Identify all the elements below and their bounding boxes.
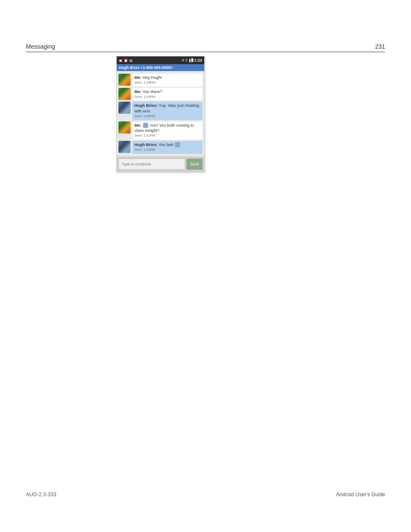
phone-mockup: ▣ ⏰ ▤ ⊕ ⣿ ▐ ▉ 1:23 Hugh Briss <1-650-555… xyxy=(116,56,205,172)
message-bubble: Hugh Briss: Yup. Was just chatting with … xyxy=(132,102,202,120)
emoji-icon xyxy=(143,123,148,128)
message-sender: Me: xyxy=(134,75,141,80)
message-row: Me: Ann! You both coming to class tonigh… xyxy=(118,121,202,140)
status-icons-right: ⊕ ⣿ ▐ ▉ 1:23 xyxy=(182,58,202,62)
message-sender: Me: xyxy=(134,89,141,94)
message-text: You there? xyxy=(143,89,162,94)
page-footer: AUG-2.3-103 Android User's Guide xyxy=(26,492,385,498)
message-row: Hugh Briss: Yup. Was just chatting with … xyxy=(118,102,202,120)
page-number: 231 xyxy=(375,43,385,50)
message-bubble: Me: Ann! You both coming to class tonigh… xyxy=(132,121,202,140)
messages-area: Me: Hey Hugh! Sent: 1:20PM Me: You there… xyxy=(117,71,204,156)
message-timestamp: Sent: 1:22PM xyxy=(134,148,200,152)
send-button[interactable]: Send xyxy=(187,159,202,170)
compose-input[interactable] xyxy=(118,159,185,170)
message-timestamp: Sent: 1:21PM xyxy=(134,134,200,138)
footer-left: AUG-2.3-103 xyxy=(26,492,56,498)
message-sender: Hugh Briss: xyxy=(134,142,158,147)
contact-bar: Hugh Briss <1-650-555-5555> xyxy=(117,64,204,71)
message-row: Me: You there? Sent: 1:20PM xyxy=(118,88,202,101)
avatar xyxy=(118,102,131,114)
folder-icon: ▤ xyxy=(129,59,133,62)
message-sender: Hugh Briss: xyxy=(134,103,158,108)
status-icons-left: ▣ ⏰ ▤ xyxy=(119,59,133,62)
status-bar: ▣ ⏰ ▤ ⊕ ⣿ ▐ ▉ 1:23 xyxy=(117,56,204,64)
signal-dots-icon: ⣿ xyxy=(185,59,187,62)
sim-icon: ▣ xyxy=(119,59,122,62)
message-timestamp: Sent: 1:20PM xyxy=(134,114,200,118)
compose-area: Send xyxy=(117,156,204,172)
contact-name: Hugh Briss <1-650-555-5555> xyxy=(119,65,173,70)
page-title: Messaging xyxy=(26,43,55,50)
emoji-icon xyxy=(175,142,180,147)
message-text: You bet! xyxy=(159,142,174,147)
footer-right: Android User's Guide xyxy=(336,492,385,498)
signal-bars-icon: ▐ xyxy=(188,59,190,62)
avatar xyxy=(118,88,131,100)
alarm-icon: ⏰ xyxy=(124,59,128,62)
gps-icon: ⊕ xyxy=(182,59,184,62)
message-bubble: Me: Hey Hugh! Sent: 1:20PM xyxy=(132,74,202,87)
message-bubble: Hugh Briss: You bet! Sent: 1:22PM xyxy=(132,141,202,154)
battery-icon: ▉ xyxy=(191,59,193,62)
message-row: Hugh Briss: You bet! Sent: 1:22PM xyxy=(118,141,202,154)
message-bubble: Me: You there? Sent: 1:20PM xyxy=(132,88,202,101)
message-timestamp: Sent: 1:20PM xyxy=(134,95,200,99)
avatar xyxy=(118,121,131,134)
clock: 1:23 xyxy=(194,58,202,62)
page-header: Messaging 231 xyxy=(26,43,385,52)
message-sender: Me: xyxy=(134,123,141,128)
message-row: Me: Hey Hugh! Sent: 1:20PM xyxy=(118,74,202,87)
avatar xyxy=(118,141,131,153)
message-text: Hey Hugh! xyxy=(143,75,162,80)
message-timestamp: Sent: 1:20PM xyxy=(134,81,200,85)
avatar xyxy=(118,74,131,86)
